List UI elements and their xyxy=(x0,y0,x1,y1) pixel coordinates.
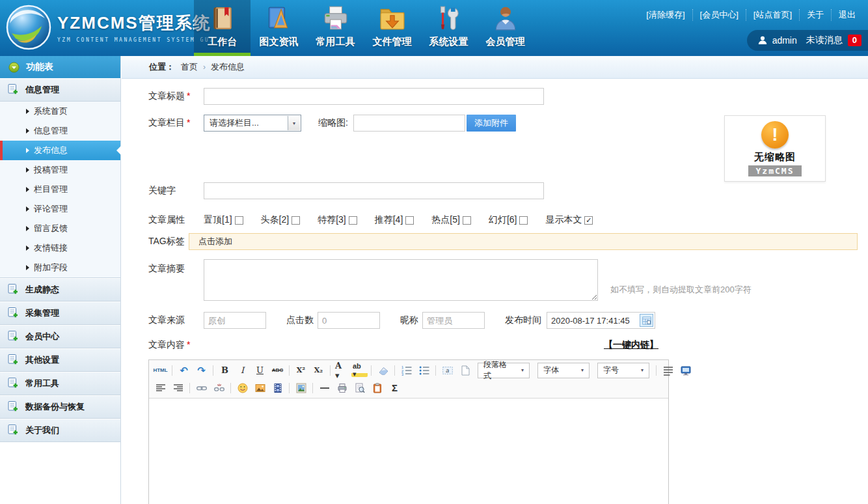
paragraph-format-select[interactable]: 段落格式▾ xyxy=(478,363,530,378)
unread-count-badge[interactable]: 0 xyxy=(848,35,861,46)
calendar-button[interactable] xyxy=(640,314,653,327)
checkbox[interactable] xyxy=(235,216,243,225)
attr-option-2[interactable]: 特荐[3] xyxy=(318,214,357,226)
sidebar-item-0-0[interactable]: 系统首页 xyxy=(0,102,120,121)
attr-option-3[interactable]: 推荐[4] xyxy=(375,214,414,226)
sidebar-group-2[interactable]: 采集管理 xyxy=(0,301,120,325)
undo-icon[interactable]: ↶ xyxy=(176,363,192,377)
nav-item-workbench[interactable]: 工作台 xyxy=(194,0,251,56)
font-size-select[interactable]: 字号▾ xyxy=(597,363,649,378)
editor-content[interactable] xyxy=(149,399,668,504)
paste-icon[interactable] xyxy=(369,381,385,395)
source-input[interactable] xyxy=(204,312,266,329)
title-input[interactable] xyxy=(204,88,544,105)
keywords-input[interactable] xyxy=(204,182,544,199)
nav-label: 会员管理 xyxy=(486,36,525,48)
attr-option-5[interactable]: 幻灯[6] xyxy=(489,214,528,226)
link-icon[interactable] xyxy=(193,381,210,395)
add-attachment-button[interactable]: 添加附件 xyxy=(467,115,516,132)
print-icon[interactable] xyxy=(334,381,350,395)
breadcrumb-home-link[interactable]: 首页 xyxy=(181,61,198,73)
subscript-icon[interactable]: X₂ xyxy=(310,363,327,377)
text-color-icon[interactable]: A ▾ xyxy=(334,363,350,377)
sidebar-group-label: 生成静态 xyxy=(25,284,59,296)
nav-item-news[interactable]: 图文资讯 xyxy=(251,0,307,56)
top-link-3[interactable]: 关于 xyxy=(799,9,831,21)
gallery-icon[interactable] xyxy=(293,381,309,395)
attr-option-0[interactable]: 置顶[1] xyxy=(204,214,243,226)
checkbox[interactable] xyxy=(463,216,471,225)
image-icon[interactable] xyxy=(252,381,268,395)
sidebar-group-3[interactable]: 会员中心 xyxy=(0,325,120,348)
quick-internal-link[interactable]: 【一键内链】 xyxy=(604,339,658,351)
indent-right-icon[interactable] xyxy=(170,381,186,395)
new-doc-icon[interactable] xyxy=(457,363,473,377)
sidebar-item-0-1[interactable]: 信息管理 xyxy=(0,121,120,141)
blueprint-icon xyxy=(265,5,293,34)
sidebar-item-0-2[interactable]: 发布信息 xyxy=(0,141,120,160)
font-family-select[interactable]: 字体▾ xyxy=(537,363,590,378)
fullscreen-icon[interactable] xyxy=(677,363,694,377)
sidebar-item-0-4[interactable]: 栏目管理 xyxy=(0,180,120,199)
strikethrough-icon[interactable]: ABC xyxy=(269,363,286,377)
sidebar-item-0-7[interactable]: 友情链接 xyxy=(0,238,120,258)
sidebar-group-7[interactable]: 关于我们 xyxy=(0,419,120,442)
sidebar-item-0-6[interactable]: 留言反馈 xyxy=(0,219,120,238)
nav-item-members[interactable]: 会员管理 xyxy=(477,0,534,56)
checkbox[interactable]: ✓ xyxy=(584,216,593,225)
eraser-icon[interactable] xyxy=(375,363,391,377)
nav-item-tools[interactable]: 常用工具 xyxy=(307,0,364,56)
unordered-list-icon[interactable] xyxy=(416,363,432,377)
nav-item-settings[interactable]: 系统设置 xyxy=(420,0,477,56)
sidebar-group-5[interactable]: 常用工具 xyxy=(0,372,120,395)
video-icon[interactable] xyxy=(269,381,286,395)
formula-icon[interactable]: Σ xyxy=(387,381,403,395)
category-select[interactable]: 请选择栏目... ▾ xyxy=(204,115,301,132)
line-height-icon[interactable] xyxy=(660,363,676,377)
emoticon-icon[interactable] xyxy=(234,381,251,395)
italic-icon[interactable]: I xyxy=(234,363,251,377)
pubtime-input[interactable] xyxy=(547,312,655,329)
thumbnail-input[interactable] xyxy=(353,115,465,132)
sidebar-item-0-5[interactable]: 评论管理 xyxy=(0,199,120,219)
checkbox[interactable] xyxy=(405,216,414,225)
underline-icon[interactable]: U xyxy=(252,363,268,377)
top-link-1[interactable]: [会员中心] xyxy=(692,9,746,21)
sidebar-group-0[interactable]: 信息管理 xyxy=(0,78,120,102)
sidebar-item-0-3[interactable]: 投稿管理 xyxy=(0,160,120,180)
sidebar-item-label: 系统首页 xyxy=(34,105,68,117)
sidebar-group-4[interactable]: 其他设置 xyxy=(0,348,120,372)
top-link-2[interactable]: [站点首页] xyxy=(746,9,799,21)
redo-icon[interactable]: ↷ xyxy=(193,363,210,377)
nickname-input[interactable] xyxy=(422,312,485,329)
doc-plus-icon xyxy=(7,307,19,320)
anchor-icon[interactable]: a xyxy=(439,363,455,377)
indent-left-icon[interactable] xyxy=(152,381,169,395)
attr-option-6[interactable]: 显示本文✓ xyxy=(545,214,593,226)
unlink-icon[interactable] xyxy=(211,381,227,395)
top-link-0[interactable]: [清除缓存] xyxy=(639,9,692,21)
attr-option-1[interactable]: 头条[2] xyxy=(261,214,301,226)
hr-icon[interactable] xyxy=(316,381,332,395)
sidebar-item-0-8[interactable]: 附加字段 xyxy=(0,258,120,277)
source-code-icon[interactable]: HTML xyxy=(152,363,169,377)
nav-item-files[interactable]: 文件管理 xyxy=(364,0,420,56)
checkbox[interactable] xyxy=(292,216,300,225)
checkbox[interactable] xyxy=(519,216,528,225)
ordered-list-icon[interactable]: 123 xyxy=(398,363,414,377)
preview-icon[interactable] xyxy=(351,381,368,395)
tag-input[interactable]: 点击添加 xyxy=(189,233,858,250)
sidebar-group-1[interactable]: 生成静态 xyxy=(0,278,120,301)
unread-messages-label[interactable]: 未读消息 xyxy=(806,35,843,46)
summary-textarea[interactable] xyxy=(204,259,598,301)
sidebar-group-6[interactable]: 数据备份与恢复 xyxy=(0,395,120,419)
sidebar-title-bar[interactable]: 功能表 xyxy=(0,56,120,78)
superscript-icon[interactable]: X² xyxy=(293,363,309,377)
attr-option-4[interactable]: 热点[5] xyxy=(431,214,471,226)
top-link-4[interactable]: 退出 xyxy=(831,9,863,21)
bold-icon[interactable]: B xyxy=(217,363,233,377)
user-pill[interactable]: admin 未读消息 0 xyxy=(747,30,868,51)
checkbox[interactable] xyxy=(349,216,357,225)
highlight-icon[interactable]: ab ▾ xyxy=(351,363,368,377)
clicks-input[interactable] xyxy=(318,312,380,329)
